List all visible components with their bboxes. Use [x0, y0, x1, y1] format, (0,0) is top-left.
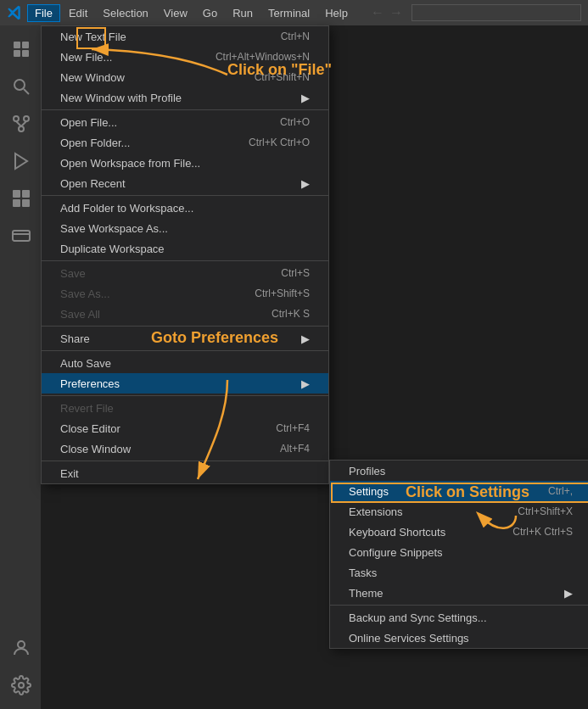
submenu-backup-sync[interactable]: Backup and Sync Settings...: [330, 607, 588, 628]
menu-label: Duplicate Workspace: [60, 243, 165, 255]
menu-selection[interactable]: Selection: [96, 5, 154, 21]
submenu-profiles[interactable]: Profiles: [330, 461, 588, 481]
menu-open-file[interactable]: Open File... Ctrl+O: [42, 112, 328, 132]
svg-point-8: [19, 126, 24, 131]
menu-edit[interactable]: Edit: [62, 5, 94, 21]
svg-marker-11: [15, 154, 27, 169]
submenu-configure-snippets[interactable]: Configure Snippets: [330, 542, 588, 562]
activity-extensions[interactable]: [3, 181, 37, 215]
menu-run[interactable]: Run: [226, 5, 260, 21]
menu-new-text-file[interactable]: New Text File Ctrl+N: [42, 26, 328, 47]
menu-file[interactable]: File: [27, 4, 60, 22]
menu-go[interactable]: Go: [196, 5, 224, 21]
menu-label: Settings: [349, 485, 389, 498]
menu-label: Open Recent: [60, 177, 126, 190]
separator-2: [42, 195, 328, 196]
svg-line-10: [21, 121, 26, 126]
svg-rect-14: [13, 199, 20, 207]
svg-rect-2: [14, 50, 20, 57]
menu-label: Close Editor: [60, 422, 120, 435]
menu-close-editor[interactable]: Close Editor Ctrl+F4: [42, 418, 328, 438]
separator-4: [42, 326, 328, 327]
submenu-arrow: ▶: [564, 587, 573, 600]
activity-settings[interactable]: [3, 668, 37, 702]
menu-save-workspace[interactable]: Save Workspace As...: [42, 218, 328, 238]
submenu-arrow: ▶: [301, 92, 310, 104]
menu-share[interactable]: Share ▶: [42, 328, 328, 349]
activity-debug[interactable]: [3, 144, 37, 178]
menu-label: Backup and Sync Settings...: [349, 611, 487, 624]
menu-label: Revert File: [60, 402, 114, 415]
separator-7: [42, 461, 328, 461]
menu-label: Open Folder...: [60, 137, 130, 149]
menu-label: Keyboard Shortcuts: [349, 526, 445, 539]
menu-exit[interactable]: Exit: [42, 463, 328, 483]
nav-forward[interactable]: →: [389, 5, 403, 20]
menu-open-recent[interactable]: Open Recent ▶: [42, 173, 328, 193]
svg-point-7: [24, 116, 29, 121]
menu-shortcut: Ctrl+O: [280, 116, 310, 128]
activity-account[interactable]: [3, 631, 37, 665]
menu-terminal[interactable]: Terminal: [261, 5, 316, 21]
svg-rect-0: [14, 42, 20, 48]
menu-label: Open Workspace from File...: [60, 157, 200, 170]
separator-5: [42, 350, 328, 351]
menu-open-workspace[interactable]: Open Workspace from File...: [42, 153, 328, 173]
menu-revert-file: Revert File: [42, 398, 328, 418]
menu-label: New Window with Profile: [60, 92, 182, 104]
menu-label: Add Folder to Workspace...: [60, 202, 193, 215]
submenu-arrow: ▶: [301, 177, 310, 190]
menu-label: New File...: [60, 51, 112, 64]
submenu-extensions[interactable]: Extensions Ctrl+Shift+X: [330, 501, 588, 522]
activity-source-control[interactable]: [3, 107, 37, 141]
editor-area: New Text File Ctrl+N New File... Ctrl+Al…: [41, 25, 588, 709]
preferences-submenu: Profiles Settings Ctrl+, Extensions Ctrl…: [329, 460, 588, 649]
menu-save-as: Save As... Ctrl+Shift+S: [42, 283, 328, 304]
menu-auto-save[interactable]: Auto Save: [42, 353, 328, 373]
activity-remote[interactable]: [3, 219, 37, 253]
menu-new-file[interactable]: New File... Ctrl+Alt+Windows+N: [42, 47, 328, 67]
menu-label: Save All: [60, 308, 100, 321]
menu-view[interactable]: View: [157, 5, 194, 21]
submenu-tasks[interactable]: Tasks: [330, 562, 588, 583]
menu-label: Close Window: [60, 443, 131, 455]
submenu-arrow: ▶: [301, 377, 310, 390]
menu-add-folder[interactable]: Add Folder to Workspace...: [42, 198, 328, 218]
command-palette[interactable]: [412, 4, 581, 21]
menu-close-window[interactable]: Close Window Alt+F4: [42, 438, 328, 459]
activity-search[interactable]: [3, 70, 37, 103]
separator-sub-1: [330, 605, 588, 606]
menu-duplicate-workspace[interactable]: Duplicate Workspace: [42, 238, 328, 259]
menu-help[interactable]: Help: [318, 5, 355, 21]
menu-label: Configure Snippets: [349, 546, 443, 559]
menu-shortcut: Ctrl+K S: [272, 308, 310, 320]
menu-shortcut: Ctrl+Shift+X: [518, 505, 573, 517]
file-dropdown-menu: New Text File Ctrl+N New File... Ctrl+Al…: [41, 25, 329, 484]
menu-label: Auto Save: [60, 357, 111, 370]
svg-point-19: [19, 683, 24, 688]
menu-shortcut: Ctrl+N: [281, 31, 310, 42]
nav-back[interactable]: ←: [371, 5, 384, 20]
menu-open-folder[interactable]: Open Folder... Ctrl+K Ctrl+O: [42, 132, 328, 153]
menu-label: Exit: [60, 467, 79, 480]
submenu-settings[interactable]: Settings Ctrl+,: [330, 481, 588, 501]
menu-label: Extensions: [349, 505, 403, 518]
menu-shortcut: Ctrl+Shift+N: [255, 71, 310, 83]
activity-bar-bottom: [3, 631, 37, 709]
svg-rect-3: [22, 50, 29, 57]
submenu-keyboard-shortcuts[interactable]: Keyboard Shortcuts Ctrl+K Ctrl+S: [330, 522, 588, 542]
activity-explorer[interactable]: [3, 32, 37, 66]
svg-rect-16: [13, 231, 30, 241]
menu-label: Theme: [349, 587, 383, 600]
submenu-theme[interactable]: Theme ▶: [330, 583, 588, 603]
main-layout: New Text File Ctrl+N New File... Ctrl+Al…: [0, 25, 588, 709]
menu-new-window[interactable]: New Window Ctrl+Shift+N: [42, 67, 328, 87]
menu-preferences[interactable]: Preferences ▶: [42, 373, 328, 394]
menu-new-window-profile[interactable]: New Window with Profile ▶: [42, 87, 328, 108]
menu-label: Save Workspace As...: [60, 222, 168, 235]
menu-label: Save: [60, 267, 86, 280]
svg-rect-13: [22, 190, 30, 198]
menu-save-all: Save All Ctrl+K S: [42, 304, 328, 324]
svg-rect-15: [22, 199, 30, 207]
submenu-online-services[interactable]: Online Services Settings: [330, 628, 588, 648]
